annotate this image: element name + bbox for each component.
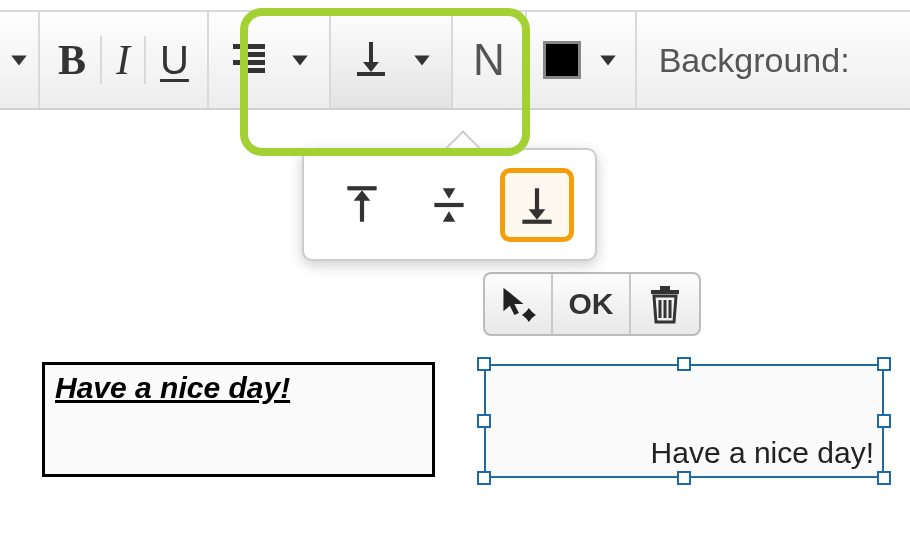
trash-icon xyxy=(647,284,683,324)
chevron-down-icon[interactable] xyxy=(289,49,311,71)
separator xyxy=(100,36,102,84)
resize-handle-ml[interactable] xyxy=(477,414,491,428)
svg-marker-0 xyxy=(11,56,26,66)
selection-mini-toolbar: OK xyxy=(483,272,701,336)
svg-rect-4 xyxy=(241,68,265,73)
delete-button[interactable] xyxy=(631,274,699,334)
resize-handle-br[interactable] xyxy=(877,471,891,485)
svg-marker-26 xyxy=(526,317,531,321)
formatting-toolbar: B I U xyxy=(0,10,910,110)
svg-rect-8 xyxy=(357,72,385,76)
svg-marker-14 xyxy=(443,188,456,198)
italic-letter: I xyxy=(116,36,130,84)
vertical-align-bottom-option[interactable] xyxy=(500,168,574,242)
svg-rect-1 xyxy=(233,44,265,49)
textbox-right-text: Have a nice day! xyxy=(651,436,874,470)
chevron-down-icon[interactable] xyxy=(597,49,619,71)
svg-marker-18 xyxy=(529,209,546,219)
fill-color-button[interactable] xyxy=(543,12,581,108)
svg-rect-3 xyxy=(233,60,265,65)
svg-rect-19 xyxy=(523,219,552,223)
horizontal-align-button[interactable] xyxy=(227,12,271,108)
underline-letter: U xyxy=(160,38,189,83)
background-label: Background: xyxy=(649,41,850,80)
textbox-left[interactable]: Have a nice day! xyxy=(42,362,435,477)
textbox-right-selection[interactable]: Have a nice day! xyxy=(480,360,888,482)
chevron-down-icon[interactable] xyxy=(8,49,30,71)
move-cursor-icon xyxy=(498,284,538,324)
chevron-down-icon[interactable] xyxy=(411,49,433,71)
italic-button[interactable]: I xyxy=(116,12,130,108)
separator xyxy=(144,36,146,84)
resize-handle-mr[interactable] xyxy=(877,414,891,428)
bold-letter: B xyxy=(58,36,86,84)
svg-rect-27 xyxy=(651,290,679,294)
ok-label: OK xyxy=(569,287,614,321)
align-right-icon xyxy=(227,36,271,84)
underline-button[interactable]: U xyxy=(160,12,189,108)
svg-rect-15 xyxy=(435,202,464,206)
vertical-align-bottom-icon xyxy=(514,182,560,228)
textbox-left-text: Have a nice day! xyxy=(55,371,290,404)
move-button[interactable] xyxy=(485,274,553,334)
vertical-align-popup xyxy=(302,148,597,261)
resize-handle-tr[interactable] xyxy=(877,357,891,371)
n-button[interactable]: N xyxy=(473,12,505,108)
svg-marker-5 xyxy=(292,56,307,66)
vertical-align-top-option[interactable] xyxy=(325,168,399,242)
svg-rect-28 xyxy=(660,286,670,290)
svg-marker-20 xyxy=(503,288,523,315)
bold-button[interactable]: B xyxy=(58,12,86,108)
vertical-align-bottom-icon xyxy=(349,36,393,84)
svg-marker-16 xyxy=(443,211,456,221)
svg-marker-10 xyxy=(600,56,615,66)
svg-marker-9 xyxy=(414,56,429,66)
svg-marker-25 xyxy=(526,309,531,313)
color-swatch xyxy=(543,41,581,79)
svg-rect-2 xyxy=(241,52,265,57)
vertical-align-middle-icon xyxy=(426,182,472,228)
resize-handle-bl[interactable] xyxy=(477,471,491,485)
svg-marker-7 xyxy=(363,62,379,72)
resize-handle-tl[interactable] xyxy=(477,357,491,371)
vertical-align-middle-option[interactable] xyxy=(412,168,486,242)
resize-handle-tm[interactable] xyxy=(677,357,691,371)
svg-rect-11 xyxy=(347,186,376,190)
vertical-align-button[interactable] xyxy=(349,12,393,108)
vertical-align-top-icon xyxy=(339,182,385,228)
textbox-right[interactable]: Have a nice day! xyxy=(484,364,884,478)
ok-button[interactable]: OK xyxy=(553,274,631,334)
n-letter: N xyxy=(473,35,505,85)
resize-handle-bm[interactable] xyxy=(677,471,691,485)
